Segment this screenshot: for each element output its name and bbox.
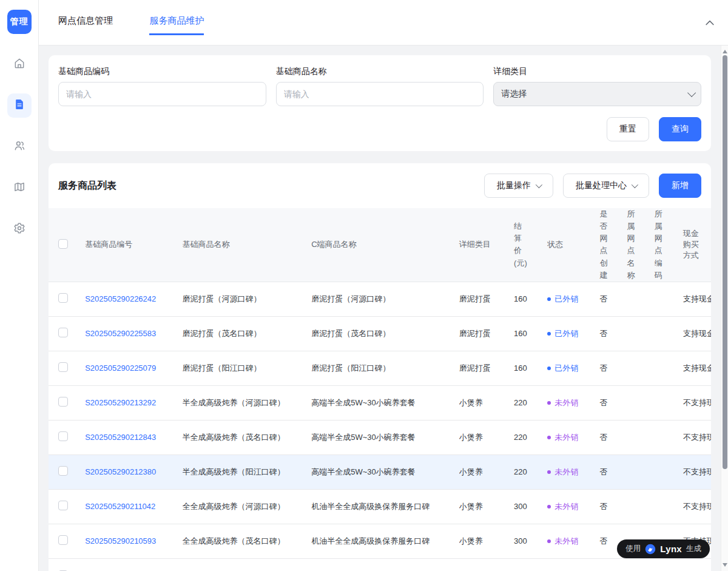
sidebar-item-map[interactable]: [7, 176, 32, 200]
cell-price: 220: [514, 420, 547, 454]
status-badge: 未外销: [547, 501, 578, 512]
scrollbar-thumb[interactable]: [723, 55, 727, 469]
cell-category: 小煲养: [459, 454, 514, 489]
table-row[interactable]: S202505290213292 半全成高级炖养（河源口碑） 高端半全成5W~3…: [49, 385, 711, 420]
cell-cash-purchase: 不支持现金购买: [683, 558, 711, 571]
table-row[interactable]: S202505290225583 磨泥打蛋（茂名口碑） 磨泥打蛋（茂名口碑） 磨…: [49, 316, 711, 351]
product-code-link[interactable]: S202505290225079: [85, 363, 156, 373]
table-row[interactable]: S202505290212380 半全成高级炖养（阳江口碑） 高端半全成5W~3…: [49, 454, 711, 489]
status-badge: 未外销: [547, 397, 578, 408]
cell-cash-purchase: 支持现金购买: [683, 316, 711, 351]
col-header-price: 结算价(元): [514, 208, 547, 282]
app-logo: 管理: [7, 10, 32, 34]
cell-base-product-name: 半全成高级炖养（茂名口碑）: [183, 420, 312, 454]
product-code-link[interactable]: S202505290226242: [85, 294, 156, 303]
status-label: 已外销: [554, 363, 578, 374]
table-row[interactable]: S202505290225079 磨泥打蛋（阳江口碑） 磨泥打蛋（阳江口碑） 磨…: [49, 351, 711, 385]
row-checkbox[interactable]: [58, 535, 68, 545]
chevron-down-icon: [632, 181, 638, 188]
cell-base-product-name: 磨泥打蛋（阳江口碑）: [183, 351, 312, 385]
chevron-up-icon[interactable]: [704, 17, 716, 29]
scroll-down-arrow-icon[interactable]: [723, 563, 727, 567]
base-product-name-input[interactable]: [276, 82, 484, 106]
batch-actions-button[interactable]: 批量操作: [484, 174, 553, 198]
col-header-code: 基础商品编号: [85, 208, 182, 282]
sidebar-item-documents[interactable]: [7, 93, 32, 118]
table-row[interactable]: S202505290210168 全全成高级炖养（阳江口碑） 机油半全全成高级换…: [49, 558, 711, 571]
col-header-site-created: 是否网点创建: [599, 208, 627, 282]
row-checkbox[interactable]: [58, 328, 68, 337]
product-code-link[interactable]: S202505290211042: [85, 502, 155, 511]
cell-category: 磨泥打蛋: [459, 282, 514, 316]
cell-base-product-name: 磨泥打蛋（河源口碑）: [183, 282, 312, 316]
field-base-product-name: 基础商品名称: [276, 66, 484, 106]
cell-base-product-name: 全全成高级炖养（茂名口碑）: [183, 524, 312, 558]
base-product-code-input[interactable]: [58, 82, 266, 106]
cell-category: 小煲养: [459, 524, 514, 558]
cell-site-code: [655, 454, 683, 489]
reset-button[interactable]: 重置: [607, 117, 649, 141]
cell-price: 220: [514, 454, 547, 489]
table-row[interactable]: S202505290210593 全全成高级炖养（茂名口碑） 机油半全全成高级换…: [49, 524, 711, 558]
cell-category: 小煲养: [459, 489, 514, 524]
row-checkbox[interactable]: [58, 431, 68, 441]
cell-category: 磨泥打蛋: [459, 316, 514, 351]
row-checkbox[interactable]: [58, 293, 68, 303]
cell-category: 小煲养: [459, 558, 514, 571]
search-button[interactable]: 查询: [659, 117, 701, 141]
tab-service-products[interactable]: 服务商品维护: [149, 15, 204, 35]
chevron-down-icon: [687, 89, 696, 97]
product-code-link[interactable]: S202505290210593: [85, 536, 156, 546]
batch-center-button[interactable]: 批量处理中心: [563, 174, 649, 198]
cell-site-code: [655, 385, 683, 420]
cell-category: 小煲养: [459, 385, 514, 420]
map-icon: [13, 181, 25, 195]
sidebar-item-users[interactable]: [7, 135, 32, 159]
cell-c-product-name: 机油半全全成高级换保养服务口碑: [311, 489, 459, 524]
sidebar-nav: [7, 52, 32, 242]
field-label: 基础商品编码: [58, 66, 266, 77]
lynx-badge[interactable]: 使用 Lynx 生成: [617, 539, 710, 558]
select-all-checkbox[interactable]: [58, 239, 68, 249]
sidebar-item-home[interactable]: [7, 52, 32, 76]
table-row[interactable]: S202505290211042 全全成高级炖养（河源口碑） 机油半全全成高级换…: [49, 489, 711, 524]
cell-site-code: [655, 420, 683, 454]
field-label: 详细类目: [493, 66, 701, 77]
table-header-row: 基础商品编号 基础商品名称 C端商品名称 详细类目 结算价(元) 状态 是否网点…: [49, 208, 711, 282]
users-icon: [13, 140, 25, 154]
status-dot-icon: [547, 401, 551, 405]
vertical-scrollbar[interactable]: [721, 46, 728, 571]
sidebar-item-settings[interactable]: [7, 217, 32, 242]
row-checkbox[interactable]: [58, 362, 68, 372]
add-button[interactable]: 新增: [659, 174, 701, 198]
product-code-link[interactable]: S202505290213292: [85, 398, 156, 407]
cell-site-name: [627, 420, 655, 454]
table-row[interactable]: S202505290212843 半全成高级炖养（茂名口碑） 高端半全成5W~3…: [49, 420, 711, 454]
status-label: 未外销: [554, 467, 578, 478]
status-label: 已外销: [554, 328, 578, 339]
cell-cash-purchase: 不支持现金购买: [683, 454, 711, 489]
status-badge: 已外销: [547, 328, 578, 339]
product-code-link[interactable]: S202505290212843: [85, 433, 156, 442]
badge-suffix: 生成: [686, 544, 701, 554]
product-code-link[interactable]: S202505290225583: [85, 329, 156, 338]
row-checkbox[interactable]: [58, 501, 68, 510]
row-checkbox[interactable]: [58, 466, 68, 476]
col-header-name: 基础商品名称: [183, 208, 312, 282]
scroll-up-arrow-icon[interactable]: [723, 50, 727, 53]
cell-c-product-name: 高端半全成5W~30小碗养套餐: [311, 454, 459, 489]
table-row[interactable]: S202505290226242 磨泥打蛋（河源口碑） 磨泥打蛋（河源口碑） 磨…: [49, 282, 711, 316]
cell-site-created: 否: [599, 558, 627, 571]
status-dot-icon: [547, 367, 551, 370]
status-badge: 已外销: [547, 294, 578, 305]
tab-site-info[interactable]: 网点信息管理: [58, 15, 113, 33]
lynx-logo-icon: [645, 544, 656, 555]
home-icon: [13, 57, 25, 72]
product-code-link[interactable]: S202505290212380: [85, 467, 156, 476]
status-dot-icon: [547, 539, 551, 543]
row-checkbox[interactable]: [58, 397, 68, 407]
cell-c-product-name: 磨泥打蛋（河源口碑）: [311, 282, 459, 316]
detail-category-select[interactable]: 请选择: [493, 82, 701, 106]
cell-base-product-name: 半全成高级炖养（河源口碑）: [183, 385, 312, 420]
cell-cash-purchase: 支持现金购买: [683, 351, 711, 385]
